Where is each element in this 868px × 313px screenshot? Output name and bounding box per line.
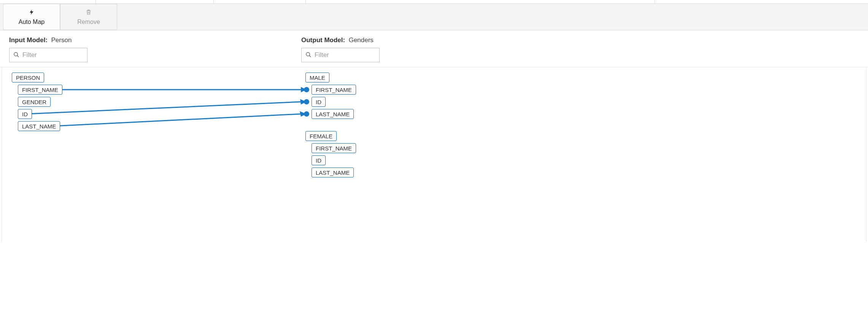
output-field-node[interactable]: LAST_NAME [312, 109, 354, 119]
output-model-title: Output Model: Genders [301, 36, 859, 44]
input-model-header: Input Model: Person [9, 36, 301, 62]
mapping-links [2, 67, 866, 242]
input-root-node[interactable]: PERSON [12, 73, 44, 82]
input-tree: PERSON FIRST_NAME GENDER ID LAST_NAME [12, 73, 62, 133]
input-filter[interactable] [9, 48, 87, 62]
output-field-node[interactable]: ID [312, 155, 326, 165]
output-field-node[interactable]: FIRST_NAME [312, 85, 356, 95]
input-field-node[interactable]: LAST_NAME [18, 121, 60, 131]
output-field-node[interactable]: FIRST_NAME [312, 143, 356, 153]
search-icon [305, 52, 312, 59]
output-filter-field[interactable] [315, 51, 375, 59]
input-model-title: Input Model: Person [9, 36, 301, 44]
svg-line-9 [26, 102, 301, 114]
remove-label: Remove [77, 19, 100, 25]
svg-point-2 [306, 52, 310, 56]
output-model-header: Output Model: Genders [301, 36, 859, 62]
lightning-icon [29, 9, 35, 17]
input-filter-field[interactable] [22, 51, 83, 59]
input-field-node[interactable]: FIRST_NAME [18, 85, 62, 95]
output-group-node[interactable]: MALE [305, 73, 329, 82]
output-field-node[interactable]: ID [312, 97, 326, 107]
top-tab-strip [0, 0, 868, 4]
mapping-canvas[interactable]: PERSON FIRST_NAME GENDER ID LAST_NAME MA… [2, 67, 866, 242]
svg-line-1 [17, 55, 19, 57]
search-icon [13, 52, 19, 59]
svg-point-0 [14, 52, 17, 56]
svg-line-13 [53, 114, 301, 126]
output-field-node[interactable]: LAST_NAME [312, 168, 354, 177]
input-field-node[interactable]: ID [18, 109, 32, 119]
toolbar: Auto Map Remove [0, 4, 868, 30]
output-tree: MALE FIRST_NAME ID LAST_NAME FEMALE FIRS… [305, 73, 356, 180]
trash-icon [86, 9, 92, 17]
output-group-node[interactable]: FEMALE [305, 131, 337, 141]
remove-button[interactable]: Remove [60, 4, 117, 30]
input-field-node[interactable]: GENDER [18, 97, 51, 107]
output-filter[interactable] [301, 48, 380, 62]
auto-map-label: Auto Map [19, 19, 45, 25]
auto-map-button[interactable]: Auto Map [3, 4, 60, 30]
svg-line-3 [309, 55, 311, 57]
models-header: Input Model: Person Output Model: Gender… [0, 30, 868, 67]
